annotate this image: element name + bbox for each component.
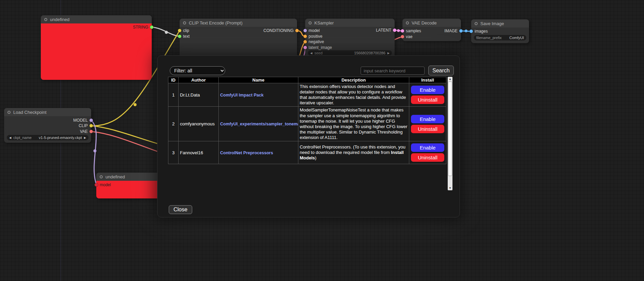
extension-link[interactable]: ControlNet Preprocessors xyxy=(220,151,273,155)
input-slot-text: text xyxy=(178,34,189,39)
manager-dialog: Filter: all Search ID Author Name Descri… xyxy=(157,55,460,217)
extension-link[interactable]: ComfyUI Impact Pack xyxy=(220,93,264,98)
wire-dot-clip xyxy=(134,103,137,106)
node-title: CLIP Text Encode (Prompt) xyxy=(189,20,243,25)
node-save-image[interactable]: Save Image images filename_prefix ComfyU… xyxy=(471,19,529,43)
cell-id: 2 xyxy=(168,107,179,141)
header-install: Install xyxy=(409,77,446,83)
collapse-dot-icon[interactable] xyxy=(309,21,312,24)
output-slot-conditioning: CONDITIONING xyxy=(263,28,299,33)
input-port-images[interactable] xyxy=(469,30,473,33)
node-title: undefined xyxy=(105,174,125,179)
input-slot-negative: negative xyxy=(303,39,324,44)
cell-install: Enable Uninstall xyxy=(409,107,446,141)
output-port-clip[interactable] xyxy=(89,124,93,127)
input-port-clip[interactable] xyxy=(178,29,181,32)
output-port-model[interactable] xyxy=(89,119,93,122)
cell-description: ControlNet Preprocessors. (To use this e… xyxy=(298,141,409,164)
node-title-bar[interactable]: CLIP Text Encode (Prompt) xyxy=(180,19,297,27)
node-title-bar[interactable]: undefined xyxy=(41,15,152,23)
input-slot-vae: vae xyxy=(401,34,412,39)
scrollbar-thumb[interactable] xyxy=(448,82,452,176)
ckpt-name-widget[interactable]: ◀ ckpt_name v1-5-pruned-emaonly.ckpt ▶ xyxy=(7,135,88,140)
enable-button[interactable]: Enable xyxy=(411,115,444,123)
collapse-dot-icon[interactable] xyxy=(183,21,186,24)
enable-button[interactable]: Enable xyxy=(411,143,444,152)
comfyui-canvas[interactable]: undefined STRING CLIP Text Encode (Promp… xyxy=(0,0,644,281)
output-port-vae[interactable] xyxy=(89,130,93,133)
input-slot-clip: clip xyxy=(178,28,189,33)
node-title-bar[interactable]: VAE Decode xyxy=(402,19,461,27)
node-error-body xyxy=(41,23,152,80)
header-id: ID xyxy=(168,77,179,83)
scroll-down-icon[interactable]: ▼ xyxy=(448,186,452,190)
cell-install: Enable Uninstall xyxy=(409,141,446,164)
input-port-text[interactable] xyxy=(178,35,181,38)
close-button[interactable]: Close xyxy=(169,205,192,214)
collapse-dot-icon[interactable] xyxy=(475,22,478,25)
cell-author: comfyanonymous xyxy=(179,107,219,141)
output-port-image[interactable] xyxy=(459,29,463,33)
input-port-positive[interactable] xyxy=(303,35,307,38)
node-title: Load Checkpoint xyxy=(13,110,47,115)
table-row: 1 Dr.Lt.Data ComfyUI Impact Pack This ex… xyxy=(168,83,446,107)
input-port-latent-image[interactable] xyxy=(303,46,307,49)
header-author: Author xyxy=(179,77,219,83)
node-load-checkpoint[interactable]: Load Checkpoint MODEL CLIP VAE ◀ ckpt_na… xyxy=(4,108,91,143)
increment-arrow-icon[interactable]: ▶ xyxy=(84,136,86,139)
cell-id: 1 xyxy=(168,83,179,107)
output-port-latent[interactable] xyxy=(393,29,396,32)
cell-id: 3 xyxy=(168,141,179,164)
table-scrollbar[interactable]: ▲ ▼ xyxy=(448,77,452,190)
collapse-dot-icon[interactable] xyxy=(100,175,103,178)
input-port-model[interactable] xyxy=(303,29,307,32)
wire-dot-string xyxy=(165,31,168,34)
input-port-negative[interactable] xyxy=(303,40,307,43)
collapse-dot-icon[interactable] xyxy=(7,111,11,114)
uninstall-button[interactable]: Uninstall xyxy=(411,95,444,104)
output-port-conditioning[interactable] xyxy=(295,29,299,32)
node-title-bar[interactable]: KSampler xyxy=(305,19,395,27)
collapse-dot-icon[interactable] xyxy=(406,21,409,24)
search-button[interactable]: Search xyxy=(428,66,454,75)
cell-description: This extension offers various detector n… xyxy=(298,83,409,107)
output-port-string[interactable] xyxy=(150,25,153,29)
increment-arrow-icon[interactable]: ▶ xyxy=(387,52,390,55)
input-slot-positive: positive xyxy=(303,34,323,39)
extension-link[interactable]: ComfyUI_experiments/sampler_tonemap xyxy=(220,122,298,126)
decrement-arrow-icon[interactable]: ◀ xyxy=(9,136,11,139)
decrement-arrow-icon[interactable]: ◀ xyxy=(310,52,312,55)
uninstall-button[interactable]: Uninstall xyxy=(411,125,444,133)
filename-prefix-widget[interactable]: filename_prefix ComfyUI xyxy=(474,35,526,40)
header-name: Name xyxy=(219,77,298,83)
cell-author: Dr.Lt.Data xyxy=(179,83,219,107)
output-slot-clip: CLIP xyxy=(79,123,93,128)
input-port-model[interactable] xyxy=(95,183,98,187)
table-row: 2 comfyanonymous ComfyUI_experiments/sam… xyxy=(168,107,446,141)
cell-author: Fannovel16 xyxy=(179,141,219,164)
enable-button[interactable]: Enable xyxy=(411,86,444,94)
output-slot-vae: VAE xyxy=(80,129,93,134)
input-slot-images: images xyxy=(469,29,488,34)
node-title-bar[interactable]: Save Image xyxy=(471,19,529,28)
input-slot-model: model xyxy=(303,28,320,33)
node-undefined-top[interactable]: undefined STRING xyxy=(41,15,152,80)
header-description: Description xyxy=(298,77,409,83)
input-port-samples[interactable] xyxy=(401,29,404,33)
output-slot-latent: LATENT xyxy=(376,28,396,33)
scroll-up-icon[interactable]: ▲ xyxy=(448,77,452,81)
node-title: undefined xyxy=(50,17,69,22)
filter-select[interactable]: Filter: all xyxy=(170,66,225,75)
collapse-dot-icon[interactable] xyxy=(44,18,47,21)
uninstall-button[interactable]: Uninstall xyxy=(411,153,444,162)
extension-table-container[interactable]: ID Author Name Description Install 1 Dr.… xyxy=(168,77,452,190)
node-title: VAE Decode xyxy=(412,20,436,25)
node-title: Save Image xyxy=(480,21,504,26)
table-header-row: ID Author Name Description Install xyxy=(168,77,446,83)
node-vae-decode[interactable]: VAE Decode samples vae IMAGE xyxy=(402,19,461,41)
seed-widget[interactable]: ◀ seed 156680208700286 ▶ xyxy=(308,50,392,56)
input-port-vae[interactable] xyxy=(401,35,404,38)
input-slot-model: model xyxy=(95,182,111,187)
search-input[interactable] xyxy=(361,67,425,75)
node-title-bar[interactable]: Load Checkpoint xyxy=(4,108,91,116)
